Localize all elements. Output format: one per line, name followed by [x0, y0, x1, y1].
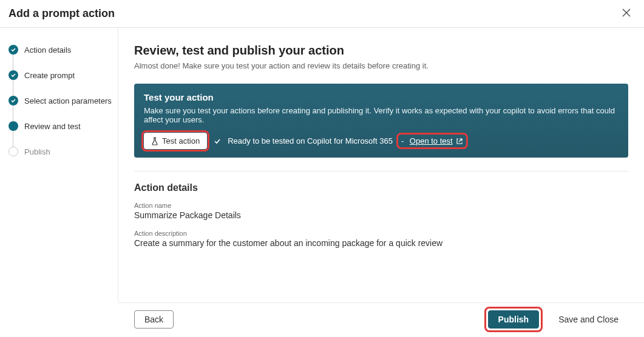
- test-box-title: Test your action: [144, 92, 619, 102]
- footer-right-group: Publish Save and Close: [487, 309, 628, 330]
- current-step-icon: [8, 121, 18, 131]
- highlight-publish: Publish: [487, 309, 541, 330]
- close-button[interactable]: [620, 6, 633, 21]
- divider: [134, 171, 628, 172]
- separator: -: [401, 136, 404, 145]
- check-icon: [8, 45, 18, 55]
- highlight-test-action: Test action: [144, 133, 207, 149]
- step-create-prompt[interactable]: Create prompt: [8, 70, 112, 96]
- action-desc-value: Create a summary for the customer about …: [134, 238, 628, 248]
- dialog-footer: Back Publish Save and Close: [118, 302, 644, 337]
- action-name-value: Summarize Package Details: [134, 210, 628, 220]
- step-action-details[interactable]: Action details: [8, 45, 112, 70]
- check-icon: [8, 70, 18, 80]
- step-select-parameters[interactable]: Select action parameters: [8, 96, 112, 121]
- test-box-desc: Make sure you test your actions before c…: [144, 106, 619, 124]
- highlight-open-to-test: - Open to test: [399, 135, 466, 147]
- flask-icon: [151, 137, 158, 145]
- step-label: Review and test: [24, 122, 81, 131]
- test-action-label: Test action: [162, 136, 200, 145]
- close-icon: [622, 8, 631, 17]
- save-close-button[interactable]: Save and Close: [549, 311, 628, 328]
- check-icon: [213, 137, 222, 145]
- action-name-label: Action name: [134, 202, 628, 209]
- dialog-header: Add a prompt action: [0, 0, 644, 28]
- step-label: Publish: [24, 147, 50, 156]
- open-to-test-label: Open to test: [410, 136, 453, 145]
- dialog-body: Action details Create prompt Select acti…: [0, 28, 644, 302]
- test-action-button[interactable]: Test action: [144, 133, 207, 149]
- action-details-section: Action details Action name Summarize Pac…: [134, 182, 628, 258]
- dialog-title: Add a prompt action: [8, 7, 115, 20]
- check-icon: [8, 96, 18, 105]
- step-label: Select action parameters: [24, 96, 112, 105]
- test-box-actions: Test action Ready to be tested on Copilo…: [144, 133, 619, 149]
- open-to-test-link[interactable]: Open to test: [410, 136, 463, 145]
- step-label: Action details: [24, 45, 71, 55]
- action-desc-label: Action description: [134, 230, 628, 237]
- main-panel: Review, test and publish your action Alm…: [118, 28, 644, 302]
- test-action-box: Test your action Make sure you test your…: [134, 84, 628, 158]
- wizard-stepper: Action details Create prompt Select acti…: [0, 28, 118, 302]
- step-label: Create prompt: [24, 71, 75, 80]
- external-link-icon: [456, 138, 463, 145]
- page-heading: Review, test and publish your action: [134, 44, 628, 58]
- back-button[interactable]: Back: [134, 310, 174, 329]
- step-publish[interactable]: Publish: [8, 147, 112, 156]
- future-step-icon: [8, 147, 18, 156]
- details-heading: Action details: [134, 182, 628, 193]
- publish-button[interactable]: Publish: [488, 310, 540, 329]
- test-status-text: Ready to be tested on Copilot for Micros…: [228, 136, 393, 145]
- step-review-test[interactable]: Review and test: [8, 121, 112, 147]
- page-subtitle: Almost done! Make sure you test your act…: [134, 61, 628, 70]
